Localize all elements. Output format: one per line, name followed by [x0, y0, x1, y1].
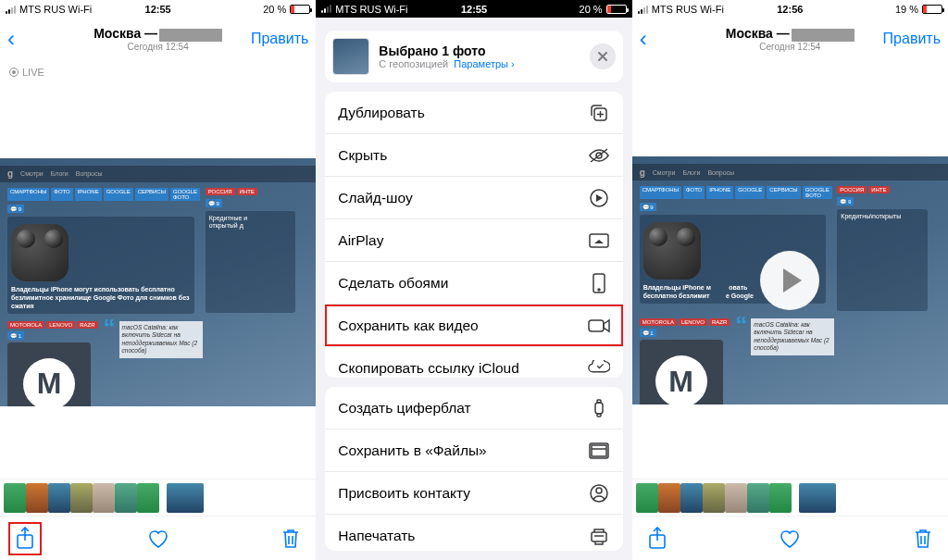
action-label: Дублировать	[338, 105, 424, 121]
thumbnail-strip[interactable]	[0, 479, 316, 516]
action-дублировать[interactable]: Дублировать	[325, 92, 622, 134]
action-сделать-обоями[interactable]: Сделать обоями	[325, 262, 622, 305]
action-сохранить-как-видео[interactable]: Сохранить как видео	[325, 305, 622, 347]
action-group-b: Создать циферблатСохранить в «Файлы»Прис…	[325, 387, 622, 551]
photo-headline-a: Владельцы iPhone могут использовать бесп…	[11, 285, 191, 310]
trash-button[interactable]	[907, 523, 939, 554]
status-bar: MTS RUS Wi-Fi 12:56 19 %	[632, 0, 948, 19]
action-icon	[588, 357, 610, 378]
action-напечатать[interactable]: Напечатать	[325, 515, 622, 551]
svg-rect-10	[597, 414, 601, 417]
play-icon	[783, 268, 802, 292]
battery-icon	[606, 5, 627, 14]
action-label: Слайд-шоу	[338, 190, 412, 206]
svg-point-6	[598, 289, 600, 291]
live-badge: LIVE	[0, 59, 316, 85]
action-label: Скопировать ссылку iCloud	[338, 360, 519, 377]
edit-button[interactable]: Править	[876, 31, 941, 47]
photo-area[interactable]: gСмотриБлогиВопросы СМАРТФОНЫФОТОIPHONEG…	[0, 85, 316, 479]
signal-icon	[6, 6, 16, 14]
action-слайд-шоу[interactable]: Слайд-шоу	[325, 177, 622, 219]
like-button[interactable]	[143, 523, 174, 554]
battery-pct: 19 %	[895, 4, 918, 15]
action-label: Сохранить в «Файлы»	[338, 442, 486, 459]
action-icon	[588, 230, 610, 252]
share-button[interactable]	[642, 523, 673, 554]
action-icon	[588, 440, 610, 462]
redacted-location	[792, 29, 854, 42]
action-icon	[588, 272, 610, 294]
photo-area[interactable]: gСмотриБлогиВопросы СМАРТФОНЫФОТОIPHONEG…	[632, 82, 948, 479]
status-time: 12:55	[461, 4, 487, 15]
action-icon	[588, 525, 610, 547]
sheet-options-link[interactable]: Параметры ›	[454, 58, 514, 69]
battery-pct: 20 %	[263, 4, 286, 15]
photo-tags-c-r: MOTOROLALENOVORAZR	[640, 318, 730, 326]
signal-icon	[321, 5, 331, 13]
svg-rect-7	[589, 320, 604, 331]
signal-icon	[638, 6, 648, 14]
trash-button[interactable]	[275, 523, 306, 554]
battery-pct: 20 %	[580, 4, 603, 15]
action-group-a: ДублироватьСкрытьСлайд-шоуAirPlayСделать…	[325, 92, 622, 378]
photo-tags-b-r: РОССИЯИНТЕ	[837, 186, 928, 193]
carrier-label: MTS RUS Wi-Fi	[19, 4, 92, 15]
action-label: AirPlay	[338, 232, 383, 249]
action-label: Сохранить как видео	[338, 317, 478, 334]
action-airplay[interactable]: AirPlay	[325, 219, 622, 262]
share-sheet-pane: MTS RUS Wi-Fi 12:55 20 % Выбрано 1 фото …	[316, 0, 631, 560]
action-скрыть[interactable]: Скрыть	[325, 134, 622, 177]
photo-tags-a: СМАРТФОНЫФОТОIPHONEGOOGLEСЕРВИСЫGOOGLE Ф…	[7, 188, 194, 201]
bottom-toolbar	[632, 516, 948, 560]
nav-subtitle: Сегодня 12:54	[72, 42, 243, 52]
action-создать-циферблат[interactable]: Создать циферблат	[325, 387, 622, 429]
action-label: Напечатать	[338, 528, 415, 544]
action-icon	[588, 187, 610, 209]
action-icon	[588, 482, 610, 504]
action-icon	[588, 315, 610, 337]
photo-quote: “macOS Catalina: как включить Sidecar на…	[735, 318, 834, 355]
thumbnail-strip[interactable]	[632, 479, 948, 516]
action-label: Создать циферблат	[338, 400, 470, 417]
photo-tags-b: РОССИЯИНТЕ	[206, 188, 296, 195]
nav-bar: ‹ Москва —Сегодня 12:54 Править	[632, 19, 948, 59]
nav-title: Москва —	[726, 26, 790, 41]
like-button[interactable]	[774, 523, 805, 554]
action-icon	[588, 102, 610, 124]
back-button[interactable]: ‹	[7, 26, 72, 52]
action-label: Сделать обоями	[338, 275, 448, 292]
sheet-subtitle: С геопозицией Параметры ›	[379, 58, 580, 69]
action-скопировать-ссылку-icloud[interactable]: Скопировать ссылку iCloud	[325, 347, 622, 378]
photo-quote: “macOS Catalina: как включить Sidecar на…	[104, 321, 203, 358]
action-присвоить-контакту[interactable]: Присвоить контакту	[325, 472, 622, 515]
motorola-image: M	[640, 340, 723, 404]
photo-headline-b: Кредитные и открытый д	[209, 215, 293, 230]
play-button[interactable]	[760, 251, 819, 310]
nav-title: Москва —	[94, 26, 157, 41]
share-button[interactable]	[9, 523, 41, 554]
bottom-toolbar	[0, 516, 316, 560]
action-icon	[588, 397, 610, 419]
sheet-title: Выбрано 1 фото	[379, 44, 580, 58]
svg-rect-9	[597, 400, 601, 403]
action-сохранить-в-файлы-[interactable]: Сохранить в «Файлы»	[325, 429, 622, 472]
battery-icon	[922, 5, 942, 14]
carrier-label: MTS RUS Wi-Fi	[652, 4, 724, 15]
edit-button[interactable]: Править	[243, 31, 308, 47]
svg-rect-14	[592, 532, 606, 541]
motorola-image: M	[7, 342, 91, 406]
back-button[interactable]: ‹	[640, 26, 705, 52]
svg-rect-8	[595, 403, 603, 414]
battery-icon	[290, 5, 310, 14]
action-label: Скрыть	[338, 147, 387, 164]
photos-viewer-left: MTS RUS Wi-Fi 12:55 20 % ‹ Москва —Сегод…	[0, 0, 316, 560]
close-button[interactable]	[590, 44, 616, 69]
action-label: Присвоить контакту	[338, 485, 470, 502]
redacted-location	[159, 29, 222, 42]
sheet-thumbnail	[332, 38, 369, 75]
photo-tags-c: MOTOROLALENOVORAZR	[7, 321, 98, 329]
status-bar: MTS RUS Wi-Fi 12:55 20 %	[316, 0, 631, 18]
photos-viewer-right: MTS RUS Wi-Fi 12:56 19 % ‹ Москва —Сегод…	[632, 0, 948, 560]
status-time: 12:55	[145, 4, 171, 15]
status-time: 12:56	[777, 4, 803, 15]
